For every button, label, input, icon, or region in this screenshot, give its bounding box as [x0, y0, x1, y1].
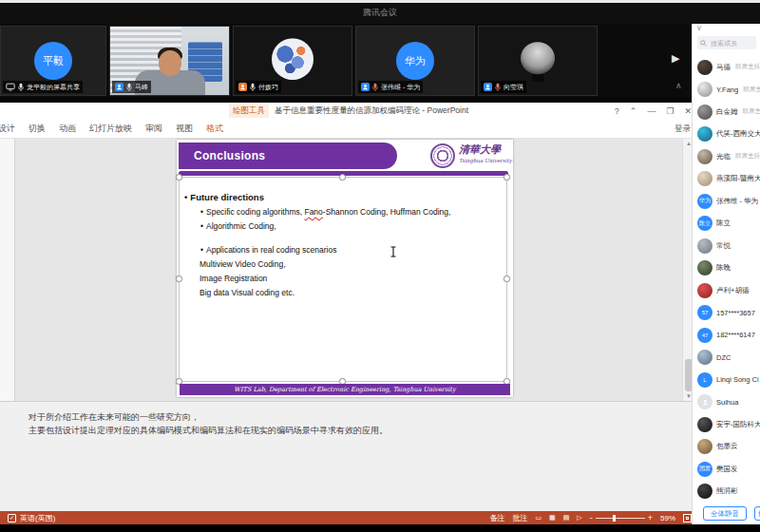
- member-row[interactable]: 57157****3657: [693, 302, 760, 325]
- spell-check-icon[interactable]: ✓: [8, 514, 16, 522]
- ribbon-tab[interactable]: 幻灯片放映: [83, 120, 139, 138]
- resize-handle[interactable]: [339, 174, 346, 180]
- member-name: 代笑-西南交大: [716, 129, 760, 139]
- member-row[interactable]: 包墨云: [693, 436, 760, 459]
- notes-pane[interactable]: 对于所介绍工作在未来可能的一些研究方向，主要包括设计提出定理对应的具体编码模式和…: [0, 401, 694, 511]
- member-avatar: 57: [697, 305, 712, 320]
- member-row[interactable]: 安宇-国防科大: [693, 413, 760, 436]
- member-avatar: [697, 171, 712, 186]
- signin-link[interactable]: 登录: [674, 124, 691, 135]
- normal-view-icon[interactable]: ▭: [535, 514, 542, 522]
- tile-name-label: 向莹琪: [481, 81, 526, 93]
- next-videos-arrow-icon[interactable]: ▶: [672, 52, 679, 65]
- slide-sorter-icon[interactable]: ▦: [549, 514, 556, 522]
- zoom-percentage[interactable]: 59%: [660, 514, 675, 522]
- ribbon-options-button[interactable]: ⌃: [630, 104, 637, 118]
- video-tile-camera[interactable]: 马峰: [109, 26, 230, 96]
- ribbon-tab[interactable]: 格式: [200, 120, 230, 138]
- slide-body-text: •Future directions•Specific coding algor…: [184, 190, 503, 300]
- member-row[interactable]: 卢利+胡德: [693, 279, 760, 302]
- member-name: 樊国发: [716, 465, 738, 474]
- slide-workspace: Conclusions 清華大學 Tsinghua University: [0, 139, 682, 401]
- slide-text-line: Multiview Video Coding,: [184, 257, 503, 272]
- resize-handle[interactable]: [176, 174, 182, 180]
- slide-text-line: •Applications in real coding scenarios: [184, 243, 503, 257]
- meeting-title: 腾讯会议: [0, 7, 760, 19]
- unmute-all-button[interactable]: 解除全体静音: [754, 506, 760, 521]
- ribbon-tab[interactable]: 审阅: [139, 120, 169, 138]
- thumbnails-pane[interactable]: [0, 139, 15, 401]
- panel-collapse-icon[interactable]: ∨: [696, 24, 702, 32]
- comments-toggle-button[interactable]: 批注: [512, 513, 527, 523]
- slideshow-icon[interactable]: ▷: [577, 514, 581, 522]
- minimize-button[interactable]: —: [647, 104, 656, 118]
- shared-screen-area: 绘图工具 基于信息重要性度量的信源加权编码理论 - PowerPoint ? ⌃…: [0, 98, 692, 524]
- help-button[interactable]: ?: [615, 104, 619, 118]
- member-row[interactable]: Suihua: [693, 391, 760, 414]
- notes-text-line: 主要包括设计提出定理对应的具体编码模式和编码算法和在现实的编码场景中寻求有效的应…: [28, 424, 694, 437]
- search-input[interactable]: [709, 39, 753, 48]
- drawing-tools-tab: 绘图工具: [229, 104, 269, 118]
- close-button[interactable]: ✕: [684, 104, 692, 118]
- member-row[interactable]: 47182****6147: [693, 324, 760, 347]
- zoom-slider[interactable]: [596, 518, 645, 519]
- member-row[interactable]: 代笑-西南交大: [693, 124, 760, 146]
- ribbon-tab[interactable]: 切换: [22, 120, 52, 138]
- meeting-titlebar: 腾讯会议: [0, 3, 760, 24]
- resize-handle[interactable]: [176, 276, 182, 282]
- text-cursor-icon: [390, 244, 397, 256]
- zoom-control: - +: [590, 513, 653, 522]
- ppt-ribbon-tabs: 设计切换动画幻灯片放映审阅视图格式: [0, 120, 697, 139]
- language-status[interactable]: 英语(英国): [20, 513, 55, 523]
- zoom-slider-thumb[interactable]: [613, 515, 616, 522]
- member-row[interactable]: 华为张伟维 - 华为: [693, 190, 760, 213]
- member-row[interactable]: 常悦: [693, 235, 760, 257]
- member-row[interactable]: 陈立陈立: [693, 213, 760, 236]
- mic-icon: [371, 83, 379, 92]
- ppt-statusbar: ✓ 英语(英国) 备注 批注 ▭ ▦ ▤ ▷ - + 59%: [0, 511, 697, 524]
- ribbon-tab[interactable]: 动画: [52, 120, 83, 138]
- video-tile-sphere[interactable]: 向莹琪: [478, 26, 598, 96]
- member-name: 白金姆: [716, 107, 738, 117]
- selected-textbox[interactable]: •Future directions•Specific coding algor…: [179, 177, 507, 382]
- slide-title: Conclusions: [179, 142, 397, 169]
- panel-footer: 全体静音 解除全体静音: [693, 481, 760, 524]
- notes-toggle-button[interactable]: 备注: [489, 513, 504, 523]
- member-icon: [115, 83, 124, 91]
- slide-footer-bar: WITS Lab, Department of Electronic Engin…: [180, 384, 510, 395]
- ribbon-tab[interactable]: 设计: [0, 120, 22, 138]
- ppt-titlebar: 绘图工具 基于信息重要性度量的信源加权编码理论 - PowerPoint: [0, 103, 697, 120]
- restore-button[interactable]: ❐: [666, 104, 674, 118]
- member-row[interactable]: 燕溪阳-暨南大: [693, 168, 760, 191]
- video-tile-avatar[interactable]: 付媛巧: [233, 26, 352, 96]
- mic-icon: [17, 83, 25, 92]
- member-avatar: [697, 238, 712, 254]
- member-row[interactable]: Y.Fang联席主持: [693, 79, 760, 102]
- collapse-strip-icon[interactable]: ∧: [675, 81, 682, 90]
- member-avatar: L: [697, 372, 712, 388]
- mic-icon: [494, 83, 502, 92]
- member-row[interactable]: 国发樊国发: [693, 458, 760, 481]
- member-row[interactable]: LLinqi Song Ci: [693, 369, 760, 391]
- member-row[interactable]: DZC: [693, 347, 760, 370]
- video-tile-screen-share[interactable]: 平毅 龙平毅的屏幕共享: [0, 26, 106, 96]
- video-tile-huawei[interactable]: 华为 张伟维 - 华为: [355, 26, 475, 96]
- resize-handle[interactable]: [504, 276, 510, 282]
- member-row[interactable]: 白金姆联席主持: [693, 101, 760, 124]
- ribbon-tab[interactable]: 视图: [169, 120, 200, 138]
- reading-view-icon[interactable]: ▤: [563, 514, 570, 522]
- member-row[interactable]: 马德联席主持: [693, 56, 760, 79]
- powerpoint-window: 绘图工具 基于信息重要性度量的信源加权编码理论 - PowerPoint ? ⌃…: [0, 103, 697, 524]
- fit-to-window-icon[interactable]: [683, 514, 692, 522]
- member-row[interactable]: 光临联席主持: [693, 145, 760, 168]
- slide-footer-text: WITS Lab, Department of Electronic Engin…: [234, 386, 455, 393]
- video-strip: 平毅 龙平毅的屏幕共享 马峰: [0, 24, 692, 98]
- resize-handle[interactable]: [504, 174, 510, 180]
- mute-all-button[interactable]: 全体静音: [703, 506, 747, 521]
- zoom-out-button[interactable]: -: [590, 513, 593, 522]
- member-name: 马德: [716, 63, 731, 72]
- member-avatar: 陈立: [697, 216, 712, 231]
- zoom-in-button[interactable]: +: [648, 513, 653, 522]
- member-name: 182****6147: [716, 331, 755, 339]
- member-row[interactable]: 陈晚: [693, 257, 760, 280]
